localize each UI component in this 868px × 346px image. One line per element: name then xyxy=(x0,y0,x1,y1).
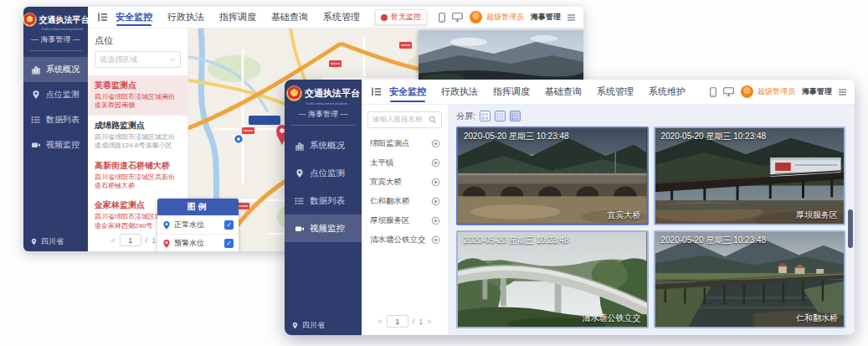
nav-tab-system[interactable]: 系统管理 xyxy=(597,80,634,104)
point-monitor-icon xyxy=(295,168,305,178)
sidebar: 交通执法平台 Traffic enforcement platform — 海事… xyxy=(23,7,88,251)
sidebar-item-data-list[interactable]: 数据列表 xyxy=(285,187,362,214)
top-navbar: 安全监控 行政执法 指挥调度 基础查询 系统管理 暂无监控 超级管理员 海事管理 xyxy=(88,7,583,28)
nav-tab-dispatch[interactable]: 指挥调度 xyxy=(493,80,530,104)
brand-logo-icon xyxy=(286,85,302,101)
data-list-icon xyxy=(295,196,305,206)
camera-list-panel: 请输入路段名称 绵阳监测点 太平镇 宜宾大桥 仁和翻水桥 厚坝服务区 xyxy=(362,105,449,335)
monitor-icon[interactable] xyxy=(452,13,463,22)
legend-checkbox-normal[interactable]: ✓ xyxy=(224,220,234,230)
mobile-icon[interactable] xyxy=(439,13,445,23)
org-menu[interactable]: 海事管理 xyxy=(531,12,561,23)
video-feed[interactable]: 2020-05-20 星期三 10:23:48 清水塘公铁立交 xyxy=(456,230,649,329)
split-2x2-icon[interactable] xyxy=(480,111,490,121)
top-navbar: 安全监控 行政执法 指挥调度 基础查询 系统管理 系统维护 超级管理员 海事管理 xyxy=(362,80,855,105)
split-3x3-icon[interactable] xyxy=(495,111,506,121)
pagination: < 1 / 1 > xyxy=(362,315,448,328)
split-4x4-icon[interactable] xyxy=(510,111,521,121)
dept-label: — 海事管理 — xyxy=(29,31,82,51)
normal-level-pin-icon xyxy=(162,220,171,230)
brand-logo-icon xyxy=(23,13,37,27)
camera-list-item[interactable]: 太平镇 xyxy=(362,153,448,173)
nav-tab-system[interactable]: 系统管理 xyxy=(323,7,360,28)
nav-tab-maintenance[interactable]: 系统维护 xyxy=(649,80,686,104)
video-feed[interactable]: 2020-05-20 星期三 10:23:48 宜宾大桥 xyxy=(456,127,649,225)
camera-icon[interactable] xyxy=(431,178,440,187)
camera-icon[interactable] xyxy=(431,216,440,225)
hamburger-icon[interactable] xyxy=(839,89,846,96)
desktop: 交通执法平台 Traffic enforcement platform — 海事… xyxy=(0,0,868,346)
normal-level-marker xyxy=(234,135,244,144)
collapse-menu-icon[interactable] xyxy=(98,13,108,22)
scrollbar[interactable] xyxy=(847,107,854,333)
next-page-icon[interactable]: > xyxy=(427,318,431,326)
province-selector[interactable]: 四川省 xyxy=(30,236,64,247)
legend-checkbox-warning[interactable]: ✓ xyxy=(224,239,234,248)
camera-list-item[interactable]: 清水塘公铁立交 xyxy=(362,230,448,250)
search-input[interactable]: 请输入路段名称 xyxy=(367,111,442,128)
nav-tab-safety[interactable]: 安全监控 xyxy=(389,80,426,104)
search-placeholder: 请输入路段名称 xyxy=(372,115,423,125)
sidebar-item-point-monitor[interactable]: 点位监测 xyxy=(23,82,88,107)
hamburger-icon[interactable] xyxy=(568,14,575,21)
sidebar-item-data-list[interactable]: 数据列表 xyxy=(23,107,88,132)
video-caption: 仁和翻水桥 xyxy=(796,312,838,324)
point-list-item[interactable]: 高新街道石桥铺大桥 四川省绵阳市涪城区高新街道石桥铺大桥 xyxy=(88,156,187,196)
page-number[interactable]: 1 xyxy=(387,315,408,328)
monitor-icon[interactable] xyxy=(723,87,734,96)
no-monitor-alert-button[interactable]: 暂无监控 xyxy=(375,9,427,25)
username: 超级管理员 xyxy=(486,12,524,23)
search-icon[interactable] xyxy=(429,116,437,124)
prev-page-icon[interactable]: < xyxy=(110,236,115,245)
video-caption: 清水塘公铁立交 xyxy=(583,312,641,324)
username: 超级管理员 xyxy=(758,86,795,97)
nav-tab-query[interactable]: 基础查询 xyxy=(545,80,582,104)
legend-row-normal: 正常水位 ✓ xyxy=(157,215,239,234)
sidebar-item-video-monitor[interactable]: 视频监控 xyxy=(23,132,88,158)
scrollbar-thumb[interactable] xyxy=(848,209,853,248)
nav-tab-safety[interactable]: 安全监控 xyxy=(116,7,152,28)
prev-page-icon[interactable]: < xyxy=(378,318,382,326)
chevron-down-icon xyxy=(169,58,176,62)
province-selector[interactable]: 四川省 xyxy=(291,320,325,331)
avatar[interactable] xyxy=(741,85,753,98)
brand: 交通执法平台 Traffic enforcement platform — 海事… xyxy=(23,7,88,51)
nav-tab-enforcement[interactable]: 行政执法 xyxy=(167,7,204,28)
panel-title: 点位 xyxy=(88,28,187,51)
camera-list-item[interactable]: 仁和翻水桥 xyxy=(362,192,448,211)
app-subtitle: Traffic enforcement platform xyxy=(41,27,70,29)
sidebar-item-video-monitor[interactable]: 视频监控 xyxy=(285,214,362,242)
point-list-item[interactable]: 芙蓉监测点 四川省绵阳市涪城区城南街道芙蓉园南侧 xyxy=(88,75,187,116)
org-menu[interactable]: 海事管理 xyxy=(802,86,832,97)
camera-icon[interactable] xyxy=(431,235,440,245)
sidebar-item-point-monitor[interactable]: 点位监测 xyxy=(285,159,362,187)
nav-tab-query[interactable]: 基础查询 xyxy=(271,7,308,28)
mobile-icon[interactable] xyxy=(710,87,716,97)
nav-tab-enforcement[interactable]: 行政执法 xyxy=(441,80,478,104)
video-caption: 厚坝服务区 xyxy=(796,209,838,221)
camera-icon[interactable] xyxy=(431,139,440,148)
video-feed[interactable]: 2020-05-20 星期三 10:23:48 仁和翻水桥 xyxy=(654,230,846,329)
camera-list-item[interactable]: 厚坝服务区 xyxy=(362,211,448,230)
app-title: 交通执法平台 xyxy=(39,14,90,26)
camera-preview-popup[interactable] xyxy=(419,30,583,84)
video-feed[interactable]: 2020-05-20 星期三 10:23:48 厚坝服务区 xyxy=(654,127,846,225)
point-list-item[interactable]: 成绵路监测点 四川省绵阳市涪城区城北街道成绵路124-8号温馨小区 xyxy=(88,116,187,156)
avatar[interactable] xyxy=(470,11,482,23)
region-select[interactable]: 请选择区域 xyxy=(95,51,181,68)
data-list-icon xyxy=(31,115,41,125)
video-wall: 分屏: xyxy=(449,105,855,335)
sidebar-item-overview[interactable]: 系统概况 xyxy=(23,57,88,82)
camera-list-item[interactable]: 宜宾大桥 xyxy=(362,173,448,192)
collapse-menu-icon[interactable] xyxy=(372,87,382,96)
camera-list-item[interactable]: 绵阳监测点 xyxy=(362,134,448,153)
map-legend: 图例 正常水位 ✓ 预警水位 ✓ xyxy=(157,199,239,251)
sidebar: 交通执法平台 Traffic enforcement platform — 海事… xyxy=(285,80,362,335)
sidebar-item-overview[interactable]: 系统概况 xyxy=(285,132,362,159)
camera-icon[interactable] xyxy=(431,197,440,206)
nav-tab-dispatch[interactable]: 指挥调度 xyxy=(219,7,256,28)
legend-title: 图例 xyxy=(157,199,239,215)
video-timestamp: 2020-05-20 星期三 10:23:48 xyxy=(661,235,767,246)
camera-icon[interactable] xyxy=(431,158,440,168)
page-number[interactable]: 1 xyxy=(120,234,141,246)
